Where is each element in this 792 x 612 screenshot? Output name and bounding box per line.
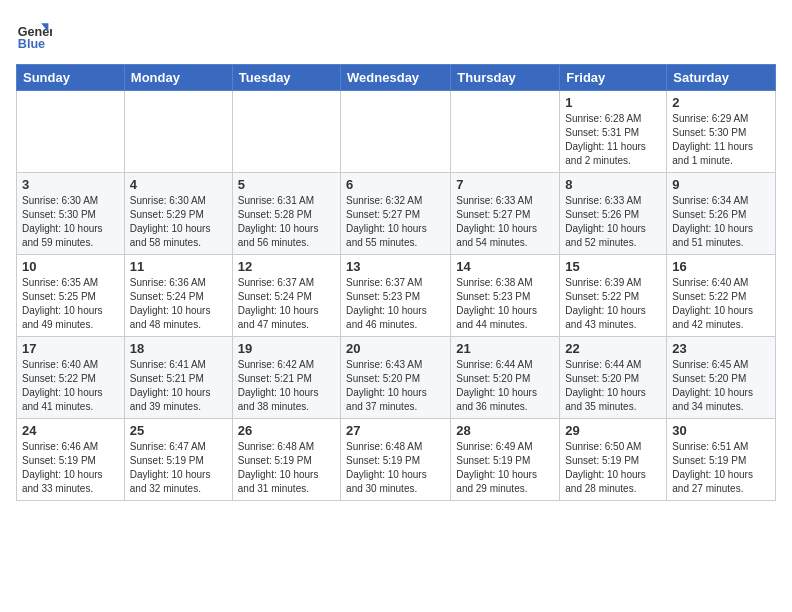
header: General Blue <box>16 16 776 52</box>
day-number: 1 <box>565 95 661 110</box>
day-info: Sunrise: 6:48 AM Sunset: 5:19 PM Dayligh… <box>346 441 427 494</box>
day-info: Sunrise: 6:40 AM Sunset: 5:22 PM Dayligh… <box>22 359 103 412</box>
day-info: Sunrise: 6:48 AM Sunset: 5:19 PM Dayligh… <box>238 441 319 494</box>
day-info: Sunrise: 6:33 AM Sunset: 5:26 PM Dayligh… <box>565 195 646 248</box>
calendar-cell: 18Sunrise: 6:41 AM Sunset: 5:21 PM Dayli… <box>124 337 232 419</box>
day-info: Sunrise: 6:37 AM Sunset: 5:24 PM Dayligh… <box>238 277 319 330</box>
calendar-cell <box>17 91 125 173</box>
day-info: Sunrise: 6:50 AM Sunset: 5:19 PM Dayligh… <box>565 441 646 494</box>
calendar-cell: 3Sunrise: 6:30 AM Sunset: 5:30 PM Daylig… <box>17 173 125 255</box>
calendar-cell: 2Sunrise: 6:29 AM Sunset: 5:30 PM Daylig… <box>667 91 776 173</box>
day-info: Sunrise: 6:46 AM Sunset: 5:19 PM Dayligh… <box>22 441 103 494</box>
day-of-week-sunday: Sunday <box>17 65 125 91</box>
calendar-cell <box>232 91 340 173</box>
calendar-cell: 10Sunrise: 6:35 AM Sunset: 5:25 PM Dayli… <box>17 255 125 337</box>
day-number: 14 <box>456 259 554 274</box>
calendar-cell: 7Sunrise: 6:33 AM Sunset: 5:27 PM Daylig… <box>451 173 560 255</box>
day-number: 27 <box>346 423 445 438</box>
calendar-cell: 13Sunrise: 6:37 AM Sunset: 5:23 PM Dayli… <box>341 255 451 337</box>
calendar-cell: 17Sunrise: 6:40 AM Sunset: 5:22 PM Dayli… <box>17 337 125 419</box>
day-number: 17 <box>22 341 119 356</box>
calendar-cell: 20Sunrise: 6:43 AM Sunset: 5:20 PM Dayli… <box>341 337 451 419</box>
calendar-table: SundayMondayTuesdayWednesdayThursdayFrid… <box>16 64 776 501</box>
day-info: Sunrise: 6:36 AM Sunset: 5:24 PM Dayligh… <box>130 277 211 330</box>
day-info: Sunrise: 6:32 AM Sunset: 5:27 PM Dayligh… <box>346 195 427 248</box>
calendar-cell: 23Sunrise: 6:45 AM Sunset: 5:20 PM Dayli… <box>667 337 776 419</box>
calendar-cell: 6Sunrise: 6:32 AM Sunset: 5:27 PM Daylig… <box>341 173 451 255</box>
day-of-week-tuesday: Tuesday <box>232 65 340 91</box>
calendar-cell: 14Sunrise: 6:38 AM Sunset: 5:23 PM Dayli… <box>451 255 560 337</box>
calendar-cell: 12Sunrise: 6:37 AM Sunset: 5:24 PM Dayli… <box>232 255 340 337</box>
day-of-week-thursday: Thursday <box>451 65 560 91</box>
calendar-cell: 11Sunrise: 6:36 AM Sunset: 5:24 PM Dayli… <box>124 255 232 337</box>
day-info: Sunrise: 6:38 AM Sunset: 5:23 PM Dayligh… <box>456 277 537 330</box>
calendar-cell: 22Sunrise: 6:44 AM Sunset: 5:20 PM Dayli… <box>560 337 667 419</box>
day-number: 19 <box>238 341 335 356</box>
day-info: Sunrise: 6:49 AM Sunset: 5:19 PM Dayligh… <box>456 441 537 494</box>
day-of-week-friday: Friday <box>560 65 667 91</box>
calendar-cell: 19Sunrise: 6:42 AM Sunset: 5:21 PM Dayli… <box>232 337 340 419</box>
day-number: 3 <box>22 177 119 192</box>
calendar-cell <box>341 91 451 173</box>
day-info: Sunrise: 6:34 AM Sunset: 5:26 PM Dayligh… <box>672 195 753 248</box>
day-info: Sunrise: 6:44 AM Sunset: 5:20 PM Dayligh… <box>456 359 537 412</box>
calendar-cell: 9Sunrise: 6:34 AM Sunset: 5:26 PM Daylig… <box>667 173 776 255</box>
day-number: 24 <box>22 423 119 438</box>
day-number: 30 <box>672 423 770 438</box>
day-of-week-monday: Monday <box>124 65 232 91</box>
day-number: 26 <box>238 423 335 438</box>
day-info: Sunrise: 6:51 AM Sunset: 5:19 PM Dayligh… <box>672 441 753 494</box>
day-info: Sunrise: 6:29 AM Sunset: 5:30 PM Dayligh… <box>672 113 753 166</box>
day-info: Sunrise: 6:45 AM Sunset: 5:20 PM Dayligh… <box>672 359 753 412</box>
day-info: Sunrise: 6:28 AM Sunset: 5:31 PM Dayligh… <box>565 113 646 166</box>
day-number: 2 <box>672 95 770 110</box>
day-number: 28 <box>456 423 554 438</box>
svg-text:Blue: Blue <box>18 37 45 51</box>
calendar-cell: 30Sunrise: 6:51 AM Sunset: 5:19 PM Dayli… <box>667 419 776 501</box>
day-number: 6 <box>346 177 445 192</box>
day-number: 12 <box>238 259 335 274</box>
logo: General Blue <box>16 16 52 52</box>
day-number: 7 <box>456 177 554 192</box>
day-number: 5 <box>238 177 335 192</box>
calendar-cell: 4Sunrise: 6:30 AM Sunset: 5:29 PM Daylig… <box>124 173 232 255</box>
calendar-cell: 28Sunrise: 6:49 AM Sunset: 5:19 PM Dayli… <box>451 419 560 501</box>
day-of-week-saturday: Saturday <box>667 65 776 91</box>
day-info: Sunrise: 6:30 AM Sunset: 5:29 PM Dayligh… <box>130 195 211 248</box>
calendar-cell: 27Sunrise: 6:48 AM Sunset: 5:19 PM Dayli… <box>341 419 451 501</box>
day-number: 9 <box>672 177 770 192</box>
day-number: 22 <box>565 341 661 356</box>
calendar-cell <box>451 91 560 173</box>
day-info: Sunrise: 6:33 AM Sunset: 5:27 PM Dayligh… <box>456 195 537 248</box>
day-number: 4 <box>130 177 227 192</box>
day-info: Sunrise: 6:42 AM Sunset: 5:21 PM Dayligh… <box>238 359 319 412</box>
calendar-cell: 8Sunrise: 6:33 AM Sunset: 5:26 PM Daylig… <box>560 173 667 255</box>
day-number: 11 <box>130 259 227 274</box>
day-of-week-wednesday: Wednesday <box>341 65 451 91</box>
day-number: 16 <box>672 259 770 274</box>
calendar-cell: 16Sunrise: 6:40 AM Sunset: 5:22 PM Dayli… <box>667 255 776 337</box>
day-info: Sunrise: 6:43 AM Sunset: 5:20 PM Dayligh… <box>346 359 427 412</box>
calendar-cell: 21Sunrise: 6:44 AM Sunset: 5:20 PM Dayli… <box>451 337 560 419</box>
calendar-cell: 24Sunrise: 6:46 AM Sunset: 5:19 PM Dayli… <box>17 419 125 501</box>
calendar-cell: 26Sunrise: 6:48 AM Sunset: 5:19 PM Dayli… <box>232 419 340 501</box>
calendar-cell: 1Sunrise: 6:28 AM Sunset: 5:31 PM Daylig… <box>560 91 667 173</box>
logo-icon: General Blue <box>16 16 52 52</box>
day-info: Sunrise: 6:30 AM Sunset: 5:30 PM Dayligh… <box>22 195 103 248</box>
calendar-cell <box>124 91 232 173</box>
day-number: 25 <box>130 423 227 438</box>
day-number: 23 <box>672 341 770 356</box>
day-info: Sunrise: 6:41 AM Sunset: 5:21 PM Dayligh… <box>130 359 211 412</box>
day-number: 18 <box>130 341 227 356</box>
day-info: Sunrise: 6:44 AM Sunset: 5:20 PM Dayligh… <box>565 359 646 412</box>
calendar-cell: 25Sunrise: 6:47 AM Sunset: 5:19 PM Dayli… <box>124 419 232 501</box>
day-info: Sunrise: 6:35 AM Sunset: 5:25 PM Dayligh… <box>22 277 103 330</box>
day-number: 15 <box>565 259 661 274</box>
day-info: Sunrise: 6:37 AM Sunset: 5:23 PM Dayligh… <box>346 277 427 330</box>
day-info: Sunrise: 6:31 AM Sunset: 5:28 PM Dayligh… <box>238 195 319 248</box>
calendar-cell: 5Sunrise: 6:31 AM Sunset: 5:28 PM Daylig… <box>232 173 340 255</box>
day-number: 29 <box>565 423 661 438</box>
day-number: 20 <box>346 341 445 356</box>
calendar-cell: 29Sunrise: 6:50 AM Sunset: 5:19 PM Dayli… <box>560 419 667 501</box>
day-number: 21 <box>456 341 554 356</box>
